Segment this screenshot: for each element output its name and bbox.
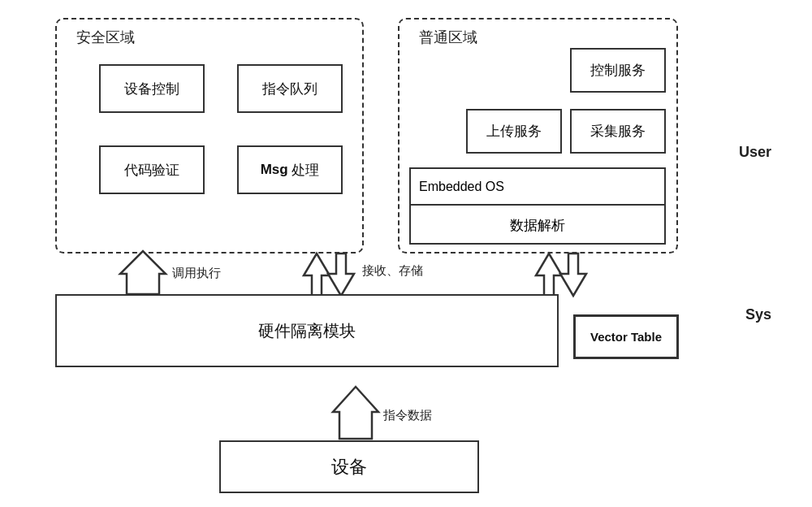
data-parse-label: 数据解析 (411, 206, 664, 245)
secure-region-label: 安全区域 (73, 28, 138, 47)
box-collect-svc: 采集服务 (570, 109, 666, 154)
arrow-recv-store (300, 247, 357, 300)
svg-marker-1 (304, 254, 330, 296)
data-parse-text: 数据解析 (510, 216, 565, 235)
embedded-os-text: Embedded OS (419, 180, 504, 194)
ctrl-svc-label: 控制服务 (590, 61, 646, 80)
normal-region-label: 普通区域 (416, 28, 481, 47)
user-label: User (739, 144, 771, 161)
normal-region: 普通区域 控制服务 上传服务 采集服务 Embedded OS 数据解析 (398, 18, 678, 254)
device-ctrl-label: 设备控制 (124, 80, 179, 98)
code-verify-label: 代码验证 (124, 161, 179, 180)
cmd-data-label: 指令数据 (383, 408, 432, 423)
diagram: 安全区域 设备控制 指令队列 代码验证 Msg 处理 普通区域 控制服务 上传服… (41, 10, 771, 497)
box-device-ctrl: 设备控制 (99, 64, 205, 113)
svg-marker-2 (328, 254, 354, 296)
svg-marker-0 (120, 251, 166, 294)
arrow-cmd-data (331, 384, 380, 442)
box-cmd-queue: 指令队列 (237, 64, 343, 113)
box-upload-svc: 上传服务 (466, 109, 562, 154)
vector-table-label: Vector Table (590, 330, 662, 344)
embedded-os-label: Embedded OS (411, 169, 664, 206)
arrow-exchange (533, 247, 590, 300)
msg-process-prefix: Msg (261, 162, 288, 178)
collect-svc-label: 采集服务 (590, 122, 646, 141)
msg-process-suffix: 处理 (292, 161, 319, 180)
cmd-queue-label: 指令队列 (262, 80, 317, 98)
box-hw-isolation: 硬件隔离模块 (55, 294, 559, 367)
svg-marker-3 (536, 254, 562, 296)
box-ctrl-svc: 控制服务 (570, 48, 666, 93)
svg-marker-5 (333, 387, 378, 439)
embedded-os-wrapper: Embedded OS 数据解析 (409, 167, 666, 245)
sys-label: Sys (745, 306, 771, 323)
box-device: 设备 (219, 440, 479, 493)
secure-region: 安全区域 设备控制 指令队列 代码验证 Msg 处理 (55, 18, 364, 254)
recv-store-label: 接收、存储 (362, 263, 423, 279)
upload-svc-label: 上传服务 (486, 122, 542, 141)
svg-marker-4 (560, 254, 586, 296)
box-msg-process: Msg 处理 (237, 145, 343, 194)
hw-isolation-label: 硬件隔离模块 (258, 320, 356, 342)
box-code-verify: 代码验证 (99, 145, 205, 194)
arrow-call-exec (119, 249, 167, 298)
box-vector-table: Vector Table (573, 314, 679, 359)
call-exec-label: 调用执行 (172, 266, 221, 281)
device-label: 设备 (331, 455, 367, 479)
